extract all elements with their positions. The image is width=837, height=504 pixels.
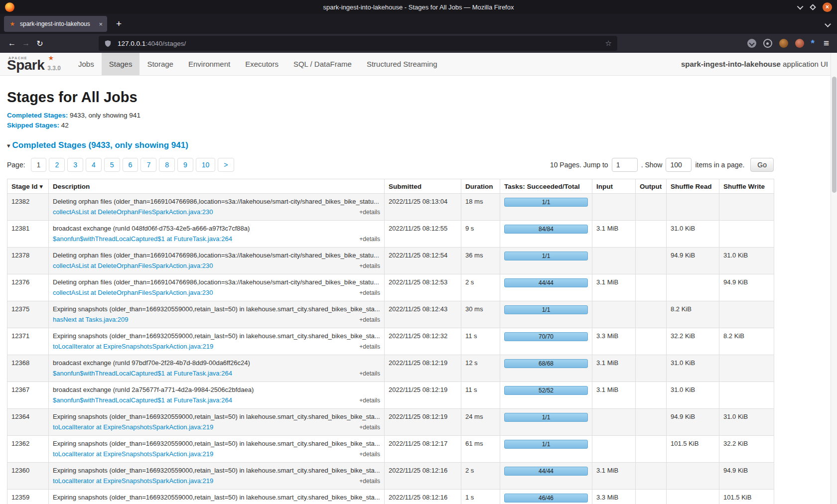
column-header-input[interactable]: Input — [592, 179, 636, 194]
spark-logo[interactable]: APACHE Spark ★ 3.3.0 — [7, 53, 61, 75]
extension-avatar-icon[interactable] — [795, 39, 804, 48]
details-toggle[interactable]: +details — [359, 451, 380, 458]
column-header-description[interactable]: Description — [49, 179, 385, 194]
stage-id-cell: 12368 — [7, 355, 49, 382]
back-button[interactable]: ← — [5, 39, 19, 48]
column-header-shuffle-write[interactable]: Shuffle Write — [719, 179, 774, 194]
details-toggle[interactable]: +details — [359, 343, 380, 351]
description-line2: toLocalIterator at ExpireSnapshotsSparkA… — [53, 343, 380, 351]
stage-callsite-link[interactable]: $anonfun$withThreadLocalCaptured$1 at Fu… — [53, 235, 232, 243]
privacy-badger-extension-icon[interactable] — [779, 39, 788, 48]
spark-nav-tab-jobs[interactable]: Jobs — [71, 53, 102, 75]
page-scrollbar — [831, 53, 837, 504]
tracking-protection-shield-icon[interactable] — [104, 40, 112, 47]
forward-button[interactable]: → — [19, 39, 33, 48]
reload-button[interactable]: ↻ — [33, 39, 47, 48]
new-tab-button[interactable]: + — [113, 18, 125, 29]
pagination-page-9[interactable]: 9 — [177, 158, 193, 172]
column-header-submitted[interactable]: Submitted — [385, 179, 461, 194]
details-toggle[interactable]: +details — [359, 424, 380, 431]
stage-callsite-link[interactable]: hasNext at Tasks.java:209 — [53, 316, 129, 323]
details-toggle[interactable]: +details — [359, 397, 380, 404]
shuffle-read-cell: 31.0 KiB — [667, 221, 719, 248]
details-toggle[interactable]: +details — [359, 236, 380, 243]
details-toggle[interactable]: +details — [359, 289, 380, 297]
pagination-page-1[interactable]: 1 — [31, 158, 47, 172]
pagination-next-button[interactable]: > — [218, 158, 234, 172]
list-all-tabs-icon[interactable] — [825, 21, 831, 27]
completed-stages-section-header[interactable]: ▾Completed Stages (9433, only showing 94… — [7, 140, 837, 150]
account-icon[interactable] — [763, 39, 772, 48]
bookmark-star-icon[interactable]: ☆ — [605, 39, 612, 48]
stage-callsite-link[interactable]: collectAsList at DeleteOrphanFilesSparkA… — [53, 208, 213, 216]
column-header-duration[interactable]: Duration — [461, 179, 500, 194]
url-bar[interactable]: 127.0.0.1:4040/stages/ ☆ — [99, 36, 617, 51]
stage-callsite-link[interactable]: collectAsList at DeleteOrphanFilesSparkA… — [53, 262, 213, 269]
pagination-page-5[interactable]: 5 — [104, 158, 120, 172]
pagination-page-4[interactable]: 4 — [86, 158, 102, 172]
completed-stages-link[interactable]: Completed Stages: — [7, 112, 68, 119]
description-cell: Deleting orphan files (older_than=166910… — [49, 248, 385, 274]
description-line2: hasNext at Tasks.java:209+details — [53, 316, 380, 324]
jump-to-page-input[interactable] — [612, 158, 638, 172]
stage-callsite-link[interactable]: toLocalIterator at ExpireSnapshotsSparkA… — [53, 450, 213, 458]
spark-nav-tab-storage[interactable]: Storage — [140, 53, 181, 75]
tab-close-icon[interactable]: × — [99, 20, 103, 28]
pagination-page-7[interactable]: 7 — [140, 158, 156, 172]
pagination-page-10[interactable]: 10 — [196, 158, 216, 172]
details-toggle[interactable]: +details — [359, 478, 380, 485]
items-per-page-input[interactable] — [666, 158, 692, 172]
column-header-stage-id[interactable]: Stage Id ▾ — [7, 179, 49, 194]
details-toggle[interactable]: +details — [359, 316, 380, 324]
window-close-icon[interactable]: × — [823, 2, 832, 12]
details-toggle[interactable]: +details — [359, 262, 380, 270]
shuffle-read-cell — [667, 194, 719, 221]
stage-callsite-link[interactable]: toLocalIterator at ExpireSnapshotsSparkA… — [53, 477, 213, 485]
stage-callsite-link[interactable]: $anonfun$withThreadLocalCaptured$1 at Fu… — [53, 370, 232, 377]
description-cell: Deleting orphan files (older_than=166910… — [49, 274, 385, 301]
input-cell: 3.3 MiB — [592, 328, 636, 355]
save-to-pocket-icon[interactable] — [747, 39, 756, 48]
shuffle-write-cell — [719, 194, 774, 221]
description-line2: toLocalIterator at ExpireSnapshotsSparkA… — [53, 423, 380, 431]
pagination-page-3[interactable]: 3 — [67, 158, 83, 172]
stage-callsite-link[interactable]: collectAsList at DeleteOrphanFilesSparkA… — [53, 289, 213, 296]
skipped-stages-link[interactable]: Skipped Stages: — [7, 122, 59, 129]
output-cell — [636, 355, 667, 382]
stage-callsite-link[interactable]: toLocalIterator at ExpireSnapshotsSparkA… — [53, 423, 213, 431]
window-shade-icon[interactable] — [797, 3, 804, 9]
scrollbar-thumb[interactable] — [832, 77, 837, 193]
details-toggle[interactable]: +details — [359, 370, 380, 378]
shuffle-write-cell: 101.5 KiB — [719, 490, 774, 504]
column-header-output[interactable]: Output — [636, 179, 667, 194]
input-cell: 3.1 MiB — [592, 355, 636, 382]
shuffle-read-cell: 8.2 KiB — [667, 301, 719, 328]
input-cell: 3.3 MiB — [592, 490, 636, 504]
stage-callsite-link[interactable]: $anonfun$withThreadLocalCaptured$1 at Fu… — [53, 396, 232, 404]
pagination-page-2[interactable]: 2 — [49, 158, 65, 172]
stage-callsite-link[interactable]: toLocalIterator at ExpireSnapshotsSparkA… — [53, 343, 213, 350]
spark-nav-tab-sql-dataframe[interactable]: SQL / DataFrame — [286, 53, 359, 75]
spark-nav-tab-executors[interactable]: Executors — [238, 53, 286, 75]
menu-button[interactable]: ≡ — [824, 38, 829, 49]
tasks-cell: 44/44 — [500, 274, 592, 301]
window-maximize-icon[interactable] — [810, 4, 816, 10]
output-cell — [636, 463, 667, 490]
url-text: 127.0.0.1:4040/stages/ — [118, 40, 186, 47]
go-button[interactable]: Go — [750, 158, 774, 172]
pagination-page-8[interactable]: 8 — [159, 158, 175, 172]
stage-description: Deleting orphan files (older_than=166910… — [53, 198, 380, 206]
spark-nav-tab-environment[interactable]: Environment — [181, 53, 238, 75]
column-header-shuffle-read[interactable]: Shuffle Read — [667, 179, 719, 194]
tasks-cell: 52/52 — [500, 382, 592, 409]
details-toggle[interactable]: +details — [359, 209, 380, 216]
snowflake-extension-icon[interactable]: * — [811, 39, 815, 48]
pagination-page-6[interactable]: 6 — [123, 158, 139, 172]
spark-nav-tab-stages[interactable]: Stages — [102, 53, 140, 75]
browser-tab[interactable]: ★ spark-ingest-into-lakehous × — [4, 16, 107, 32]
shuffle-write-cell: 8.2 KiB — [719, 328, 774, 355]
stage-description: Expiring snapshots (older_than=166932055… — [53, 467, 380, 475]
spark-nav-tab-structured-streaming[interactable]: Structured Streaming — [359, 53, 445, 75]
column-header-tasks-succeeded-total[interactable]: Tasks: Succeeded/Total — [500, 179, 592, 194]
shuffle-read-cell: 31.0 KiB — [667, 355, 719, 382]
